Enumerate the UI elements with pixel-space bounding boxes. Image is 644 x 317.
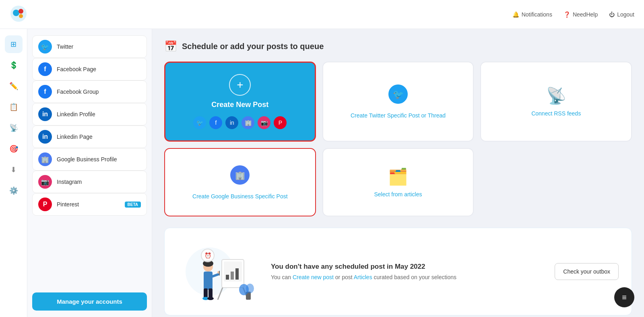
section-header: 📅 Schedule or add your posts to queue [164,40,632,53]
svg-text:🐦: 🐦 [392,89,404,100]
svg-point-3 [19,14,23,18]
create-new-post-link[interactable]: Create new post [293,274,334,280]
help-icon: ❓ [564,11,570,18]
svg-rect-22 [231,272,234,280]
create-new-post-card[interactable]: + Create New Post 🐦 f in 🏢 📷 P [164,62,316,142]
svg-point-28 [246,284,254,293]
account-item-instagram[interactable]: 📷Instagram [32,171,147,193]
account-item-linkedin-page[interactable]: inLinkedin Page [32,126,147,148]
account-avatar-linkedin-page: in [38,130,52,144]
account-avatar-twitter: 🐦 [38,40,52,54]
account-name-facebook-group: Facebook Group [57,89,99,95]
account-avatar-facebook-group: f [38,85,52,99]
empty-state: ⏰ You don't have any scheduled post in M… [164,228,632,315]
google-card-label: Create Google Business Specific Post [192,193,288,200]
bell-icon: 🔔 [512,11,519,18]
account-name-twitter: Twitter [57,43,73,50]
account-avatar-linkedin: in [38,107,52,121]
social-icons-row: 🐦 f in 🏢 📷 P [193,116,287,129]
articles-card-icon: 🗂️ [388,167,408,186]
notifications-label: Notifications [522,11,552,18]
logout-label: Logout [617,11,634,18]
twitter-social-icon: 🐦 [193,116,206,129]
pinterest-social-icon: P [274,116,287,129]
connect-rss-card[interactable]: 📡 Connect RSS feeds [480,62,632,142]
google-social-icon: 🏢 [242,116,254,129]
fab-icon: ≡ [622,293,627,302]
topnav: 🔔 Notifications ❓ NeedHelp ⏻ Logout [0,0,644,29]
manage-accounts-button[interactable]: Manage your accounts [32,292,147,311]
logout-icon: ⏻ [609,11,615,18]
articles-link[interactable]: Articles [354,274,372,280]
svg-rect-9 [204,272,213,290]
empty-title: You don't have any scheduled post in May… [271,263,456,271]
account-name-facebook: Facebook Page [57,66,96,72]
logout-button[interactable]: ⏻ Logout [609,11,634,18]
cards-grid: + Create New Post 🐦 f in 🏢 📷 P 🐦 [164,62,632,216]
create-new-label: Create New Post [211,101,268,109]
account-avatar-pinterest: P [38,198,52,211]
account-avatar-facebook: f [38,62,52,76]
icon-sidebar: ⊞ 💲 ✏️ 📋 📡 🎯 ⬇ ⚙️ [0,29,27,317]
account-avatar-instagram: 📷 [38,175,52,189]
svg-rect-14 [219,271,220,276]
notifications-button[interactable]: 🔔 Notifications [512,11,552,18]
account-item-facebook[interactable]: fFacebook Page [32,58,147,80]
svg-point-1 [13,10,19,16]
sidebar-icon-list[interactable]: 📋 [5,98,23,116]
empty-illustration: ⏰ [178,239,258,304]
svg-rect-23 [235,268,239,280]
section-title: Schedule or add your posts to queue [182,42,324,51]
sidebar-icon-rss[interactable]: 📡 [5,119,23,137]
account-item-pinterest[interactable]: PPinterestBETA [32,193,147,216]
account-name-linkedin: Linkedin Profile [57,111,95,117]
account-item-twitter[interactable]: 🐦Twitter [32,35,147,58]
sidebar-icon-target[interactable]: 🎯 [5,140,23,158]
create-plus-icon: + [229,74,251,96]
main-layout: ⊞ 💲 ✏️ 📋 📡 🎯 ⬇ ⚙️ 🐦TwitterfFacebook Page… [0,29,644,317]
account-name-pinterest: Pinterest [57,201,79,208]
account-avatar-google: 🏢 [38,152,52,166]
create-google-post-card[interactable]: 🏢 Create Google Business Specific Post [164,148,316,216]
svg-point-18 [207,297,214,300]
sidebar-icon-dashboard[interactable]: ⊞ [5,35,23,53]
svg-point-2 [19,9,23,14]
sidebar-icon-dollar[interactable]: 💲 [5,56,23,74]
content-area: 📅 Schedule or add your posts to queue + … [152,29,644,317]
calendar-icon: 📅 [164,40,177,53]
svg-rect-21 [226,275,229,280]
account-name-instagram: Instagram [57,179,82,185]
svg-text:⏰: ⏰ [204,252,212,259]
empty-description: You can Create new post or post Articles… [271,274,456,280]
select-articles-card[interactable]: 🗂️ Select from articles [322,148,474,216]
account-item-linkedin[interactable]: inLinkedin Profile [32,103,147,126]
topnav-right: 🔔 Notifications ❓ NeedHelp ⏻ Logout [512,11,634,18]
account-name-linkedin-page: Linkedin Page [57,134,93,140]
rss-card-label: Connect RSS feeds [531,110,581,117]
google-card-icon: 🏢 [230,165,250,188]
create-twitter-post-card[interactable]: 🐦 Create Twitter Specific Post or Thread [322,62,474,142]
account-item-google[interactable]: 🏢Google Business Profile [32,148,147,171]
needhelp-label: NeedHelp [573,11,598,18]
needhelp-button[interactable]: ❓ NeedHelp [564,11,598,18]
account-item-facebook-group[interactable]: fFacebook Group [32,80,147,103]
check-outbox-button[interactable]: Check your outbox [555,263,619,280]
linkedin-social-icon: in [225,116,238,129]
account-sidebar: 🐦TwitterfFacebook PagefFacebook GroupinL… [27,29,152,317]
sidebar-icon-settings[interactable]: ⚙️ [5,182,23,200]
articles-card-label: Select from articles [374,191,422,198]
sidebar-icon-edit[interactable]: ✏️ [5,77,23,95]
svg-text:🏢: 🏢 [235,170,245,180]
instagram-social-icon: 📷 [258,116,270,129]
empty-text: You don't have any scheduled post in May… [271,263,456,280]
twitter-card-label: Create Twitter Specific Post or Thread [351,112,446,119]
sidebar-icon-download[interactable]: ⬇ [5,161,23,179]
facebook-social-icon: f [209,116,222,129]
beta-badge: BETA [125,202,141,208]
account-name-google: Google Business Profile [57,156,117,163]
twitter-card-icon: 🐦 [388,84,408,107]
rss-card-icon: 📡 [546,86,566,105]
fab-button[interactable]: ≡ [614,287,634,307]
logo [10,5,27,24]
